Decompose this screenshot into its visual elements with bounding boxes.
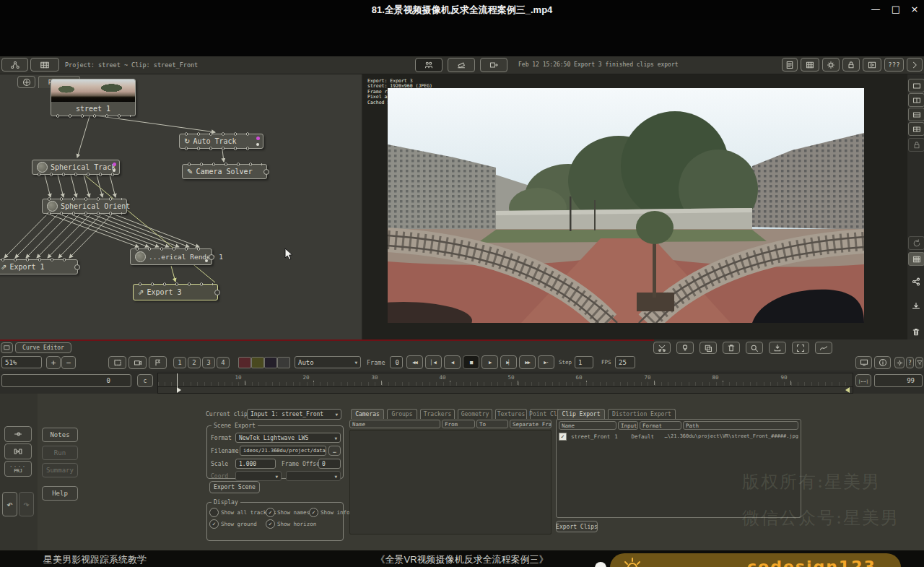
checkbox[interactable]: ✓ [309, 508, 318, 517]
play-loop-button[interactable]: ▶· [538, 355, 554, 369]
timeline-start-input[interactable]: 0 [1, 374, 131, 387]
export-scene-button[interactable]: Export Scene [209, 481, 260, 493]
close-button[interactable]: × [907, 3, 923, 16]
step-back-button[interactable]: ◀ [444, 355, 461, 369]
node-output-port[interactable] [214, 290, 220, 295]
monitor-button[interactable] [855, 356, 872, 369]
summary-button[interactable]: Summary [42, 463, 78, 477]
help-toolbar-button[interactable]: ??? [884, 58, 904, 72]
coord-dropdown-2[interactable]: ▼ [286, 471, 341, 481]
prev-key-button[interactable]: ▏◀ [425, 355, 442, 369]
browse-button[interactable]: … [328, 446, 341, 456]
node-output-port[interactable] [263, 169, 269, 175]
format-dropdown[interactable]: NewTek Lightwave LWS▼ [235, 433, 341, 443]
node-graph-panel[interactable]: Page 1 [0, 74, 363, 339]
zoom-level-box[interactable]: 51% [1, 356, 42, 368]
zoom-in-button[interactable]: + [46, 356, 61, 369]
tab-distortion-export[interactable]: Distortion Export [608, 409, 676, 419]
node-output-port[interactable] [74, 264, 80, 270]
layout-single-button[interactable] [908, 79, 924, 92]
share-button[interactable] [908, 275, 923, 287]
tracker-panel-button[interactable] [4, 426, 32, 442]
node-view-button[interactable] [1, 58, 28, 72]
tab-groups[interactable]: Groups [387, 409, 417, 419]
timeline-end-input[interactable]: 99 [874, 374, 923, 387]
node-output-port[interactable] [209, 254, 214, 260]
step-input[interactable]: 1 [575, 356, 593, 368]
redo-button[interactable]: ↷ [19, 492, 34, 516]
range-end-marker[interactable] [845, 387, 850, 393]
check-show-horizon[interactable]: ✓ Show horizon [266, 519, 316, 529]
fit-range-button[interactable]: |←→| [855, 374, 871, 387]
layout-split-h-button[interactable] [908, 108, 924, 121]
tab-geometry[interactable]: Geometry [458, 409, 492, 419]
curve-editor-button[interactable]: Curve Editor [15, 342, 71, 353]
small-gear-button[interactable] [894, 357, 905, 368]
node-spherical-orient[interactable]: Spherical Orient [42, 199, 127, 214]
col-from[interactable]: From [442, 420, 475, 428]
play-button[interactable]: ▶ [481, 355, 498, 369]
check-show-names[interactable]: ✓ Show names [266, 508, 310, 517]
lamp-button[interactable] [676, 342, 694, 354]
col-format[interactable]: Format [640, 421, 681, 430]
color-swatch-red[interactable] [238, 357, 251, 368]
delete-button[interactable] [723, 342, 740, 354]
node-export-3-selected[interactable]: ⇗ Export 3 [133, 284, 218, 300]
frame-input[interactable]: 0 [390, 356, 403, 368]
export-panel-button[interactable] [4, 443, 32, 459]
curve-mode-button[interactable] [815, 342, 832, 354]
fullscreen-button[interactable] [792, 342, 809, 354]
checkbox[interactable]: ✓ [209, 519, 219, 529]
timeline-c-button[interactable]: c [137, 374, 153, 387]
col-name[interactable]: Name [559, 421, 616, 430]
node-spherical-render[interactable]: ...erical Render 1 [130, 248, 212, 265]
preset-3-button[interactable]: 3 [202, 357, 215, 368]
eraser-tool-button[interactable] [448, 58, 475, 72]
filter-button[interactable] [915, 357, 923, 368]
maximize-button[interactable]: □ [888, 3, 904, 16]
more-toolbar-button[interactable] [907, 58, 923, 72]
tab-cameras[interactable]: Cameras [351, 409, 384, 419]
row-checkbox[interactable]: ✓ [559, 433, 567, 441]
viewer-panel[interactable]: Export: Export 3 street: 1920x960 (JPEG)… [363, 74, 907, 339]
camera-view-button[interactable] [128, 356, 147, 369]
grid-view-active-button[interactable] [908, 252, 924, 266]
info-button[interactable] [874, 356, 891, 369]
node-export-1[interactable]: ⇗ Export 1 [0, 259, 78, 274]
trackers-tool-button[interactable] [415, 58, 443, 72]
node-street-clip[interactable]: street 1 [51, 79, 136, 116]
coord-dropdown-1[interactable]: ▼ [235, 471, 282, 481]
frame-offset-input[interactable]: 0 [318, 459, 341, 469]
zoom-button[interactable] [746, 342, 763, 354]
settings-toolbar-button[interactable] [822, 58, 840, 72]
tab-textures[interactable]: Textures [495, 409, 527, 419]
query-button[interactable]: ? [906, 357, 914, 368]
notes-button[interactable]: Notes [42, 428, 78, 442]
scale-input[interactable]: 1.000 [235, 459, 276, 469]
color-swatch-olive[interactable] [251, 357, 264, 368]
playhead-marker[interactable] [177, 387, 181, 393]
run-button[interactable]: Run [42, 446, 78, 460]
timeline-ruler[interactable]: 10 20 30 40 50 60 70 80 90 [157, 373, 853, 394]
preset-4-button[interactable]: 4 [217, 357, 230, 368]
col-separate-frames[interactable]: Separate Frames [510, 420, 552, 428]
checkbox[interactable] [209, 508, 219, 517]
export-clip-tool-button[interactable] [480, 58, 507, 72]
mini-view-button[interactable] [1, 342, 13, 353]
col-name[interactable]: Name [349, 420, 440, 428]
color-swatch-dark[interactable] [264, 357, 277, 368]
trash-button[interactable] [908, 326, 923, 338]
next-key-button[interactable]: ▶▏ [500, 355, 517, 369]
layout-quad-button[interactable] [908, 122, 924, 136]
rewind-button[interactable]: ◀◀ [406, 355, 423, 369]
panorama-canvas[interactable] [388, 88, 864, 323]
checkbox[interactable]: ✓ [266, 519, 275, 529]
zoom-out-button[interactable]: − [61, 356, 76, 369]
node-spherical-track[interactable]: Spherical Track [32, 160, 120, 175]
download-button[interactable] [908, 300, 923, 312]
copy-button[interactable] [699, 342, 717, 354]
help-button[interactable]: Help [42, 486, 78, 501]
node-camera-solver[interactable]: ✎ Camera Solver [182, 164, 267, 179]
cut-button[interactable] [653, 342, 671, 354]
undo-button[interactable]: ↶ [2, 492, 17, 516]
